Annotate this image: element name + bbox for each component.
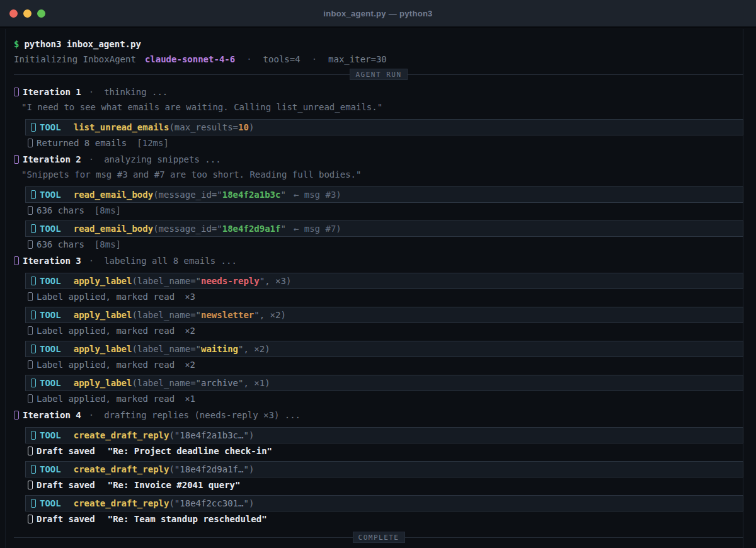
iteration-icon (14, 256, 19, 265)
divider-line (14, 537, 353, 538)
draft-icon (28, 515, 33, 523)
tool-badge: TOOL (40, 310, 61, 320)
result-count: ×2 (185, 360, 195, 370)
tool-icon (31, 465, 36, 474)
tool-args-post: ", ×2) (238, 344, 270, 354)
iteration-separator: · (89, 154, 94, 164)
tool-call-row: TOOL apply_label (label_name=" newslette… (25, 307, 743, 323)
result-text: Label applied, marked read (37, 360, 175, 370)
tool-args-post: " (280, 190, 285, 200)
tool-args-post: ") (243, 430, 254, 440)
tool-fn-name: apply_label (74, 276, 132, 286)
iteration-header: Iteration 3 · labeling all 8 emails ... (14, 253, 743, 268)
tool-args-pre: (label_name=" (132, 310, 201, 320)
tool-icon (31, 224, 36, 233)
tool-call-row: TOOL read_email_body (message_id=" 18e4f… (25, 186, 743, 203)
model-name: claude-sonnet-4-6 (145, 54, 235, 64)
agent-run-label: AGENT RUN (350, 69, 407, 80)
result-icon (28, 240, 33, 249)
tool-args-post: ", ×3) (260, 276, 292, 286)
tool-call-row: TOOL read_email_body (message_id=" 18e4f… (25, 220, 743, 237)
tool-icon (31, 431, 36, 440)
draft-result-row: Draft saved "Re: Team standup reschedule… (28, 511, 743, 527)
iteration-separator: · (89, 256, 94, 266)
shell-prompt: $ (14, 39, 19, 49)
tool-call-row: TOOL apply_label (label_name=" archive "… (25, 375, 743, 391)
tool-fn-name: create_draft_reply (74, 430, 169, 440)
tool-arg-value: 18e4f2a1b3c (222, 190, 281, 200)
tool-args-post: ") (243, 464, 254, 474)
tool-result-row: Label applied, marked read ×2 (28, 357, 743, 372)
result-icon (28, 326, 33, 335)
tool-badge: TOOL (40, 276, 61, 286)
window-titlebar: inbox_agent.py — python3 (0, 0, 756, 28)
result-text: Label applied, marked read (37, 326, 175, 336)
tool-args-pre: (message_id=" (153, 224, 222, 234)
tool-result-row: Returned 8 emails [12ms] (28, 135, 743, 151)
tool-call-row: TOOL apply_label (label_name=" needs-rep… (25, 273, 743, 289)
tool-badge: TOOL (40, 378, 61, 388)
tool-fn-name: read_email_body (74, 224, 153, 234)
result-text: 636 chars (37, 239, 84, 249)
iteration-header: Iteration 2 · analyzing snippets ... (14, 152, 743, 167)
tool-fn-name: create_draft_reply (74, 464, 169, 474)
tool-result-row: Label applied, marked read ×1 (28, 391, 743, 406)
window-controls (9, 9, 45, 18)
result-timing: [8ms] (94, 239, 121, 249)
iteration-label: Iteration 1 (23, 87, 81, 97)
iteration-icon (14, 155, 19, 164)
tool-call-row: TOOL create_draft_reply (" 18e4f2a1b3c… … (25, 427, 743, 443)
tool-args-post: ) (249, 122, 254, 132)
tool-icon (31, 499, 36, 508)
tool-badge: TOOL (40, 122, 61, 132)
tool-call-row: TOOL list_unread_emails (max_results= 10… (25, 119, 743, 135)
zoom-button[interactable] (37, 9, 45, 18)
draft-icon (28, 481, 33, 489)
minimize-button[interactable] (23, 9, 32, 18)
tool-fn-name: read_email_body (74, 190, 153, 200)
tool-args-post: ") (243, 498, 254, 508)
tool-icon (31, 190, 36, 199)
draft-subject: "Re: Project deadline check-in" (108, 446, 272, 456)
agent-run-banner: AGENT RUN (14, 67, 743, 82)
separator-dot: · (246, 54, 251, 64)
iteration-status: drafting replies (needs-reply ×3) ... (104, 410, 301, 420)
complete-label: COMPLETE (353, 532, 405, 543)
tool-args-pre: (message_id=" (153, 190, 222, 200)
tool-args-pre: (max_results= (169, 122, 238, 132)
tool-result-row: 636 chars [8ms] (28, 237, 743, 252)
tool-arg-value: 18e4f2d9a1f (222, 224, 281, 234)
tool-badge: TOOL (40, 464, 61, 474)
iteration-separator: · (89, 87, 94, 97)
iteration-icon (14, 88, 19, 96)
iteration-label: Iteration 2 (23, 154, 81, 164)
thinking-quote: "I need to see what emails are waiting. … (21, 100, 743, 115)
complete-banner: COMPLETE (14, 530, 743, 545)
tool-fn-name: apply_label (74, 310, 132, 320)
iteration-icon (14, 411, 19, 420)
tool-badge: TOOL (40, 344, 61, 354)
tool-arg-value: 10 (238, 122, 249, 132)
window-title: inbox_agent.py — python3 (0, 9, 756, 18)
tool-args-post: ", ×2) (254, 310, 286, 320)
tool-arg-value: waiting (201, 344, 238, 354)
tool-result-row: 636 chars [8ms] (28, 203, 743, 218)
draft-subject: "Re: Team standup rescheduled" (108, 514, 267, 524)
divider-line (405, 537, 744, 538)
tool-call-row: TOOL create_draft_reply (" 18e4f2d9a1f… … (25, 461, 743, 477)
draft-icon (28, 447, 33, 455)
tool-icon (31, 311, 36, 319)
draft-result-row: Draft saved "Re: Project deadline check-… (28, 443, 743, 459)
iteration-status: thinking ... (104, 87, 168, 97)
draft-status: Draft saved (37, 514, 95, 524)
result-icon (28, 139, 33, 147)
tool-args-pre: (" (169, 430, 180, 440)
tool-icon (31, 277, 36, 285)
tool-call-row: TOOL create_draft_reply (" 18e4f2cc301… … (25, 495, 743, 511)
result-icon (28, 394, 33, 403)
tool-icon (31, 379, 36, 387)
close-button[interactable] (9, 9, 18, 18)
result-count: ×2 (185, 326, 195, 336)
tool-arg-note: ← msg #7) (294, 224, 341, 234)
iteration-separator: · (89, 410, 94, 420)
